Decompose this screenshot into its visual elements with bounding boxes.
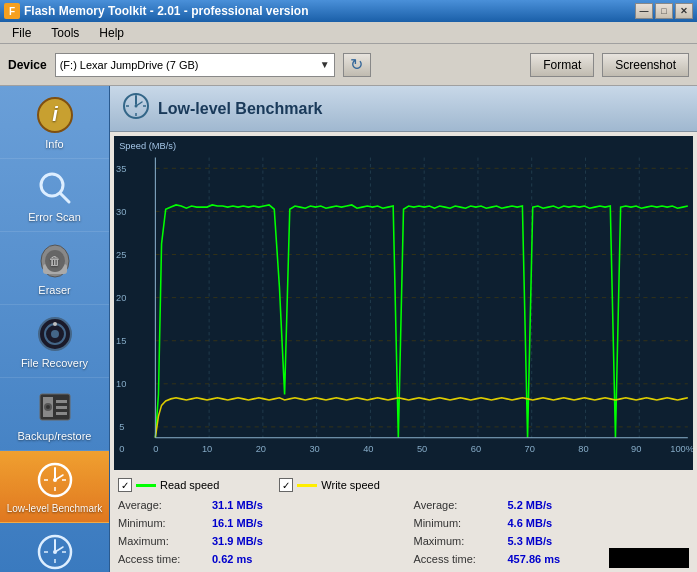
low-level-benchmark-icon [34,459,76,501]
svg-text:20: 20 [116,292,126,303]
svg-point-10 [51,330,59,338]
refresh-icon: ↻ [350,55,363,74]
svg-line-22 [55,475,63,480]
svg-text:i: i [52,103,58,125]
main-content: i Info Error Scan 🗑 [0,86,697,572]
sidebar-low-level-benchmark-label: Low-level Benchmark [7,503,103,514]
sidebar: i Info Error Scan 🗑 [0,86,110,572]
menu-help[interactable]: Help [91,24,132,42]
right-avg-label: Average: [414,496,504,514]
left-min-value: 16.1 MB/s [212,514,263,532]
sidebar-item-low-level-benchmark[interactable]: Low-level Benchmark [0,451,109,523]
right-access-label: Access time: [414,550,504,568]
stats-grid: Average: 31.1 MB/s Minimum: 16.1 MB/s Ma… [118,496,689,568]
title-text: Flash Memory Toolkit - 2.01 - profession… [24,4,309,18]
sidebar-item-file-recovery[interactable]: File Recovery [0,305,109,378]
svg-text:50: 50 [417,443,427,454]
refresh-button[interactable]: ↻ [343,53,371,77]
svg-text:70: 70 [524,443,534,454]
svg-text:Speed (MB/s): Speed (MB/s) [119,140,176,151]
sidebar-item-info[interactable]: i Info [0,86,109,159]
sidebar-backup-restore-label: Backup/restore [18,430,92,442]
left-min-row: Minimum: 16.1 MB/s [118,514,394,532]
read-speed-checkbox[interactable]: ✓ [118,478,132,492]
svg-line-29 [55,547,63,552]
file-benchmark-icon [34,531,76,572]
svg-text:🗑: 🗑 [49,254,61,268]
minimize-button[interactable]: — [635,3,653,19]
svg-text:25: 25 [116,249,126,260]
left-max-label: Maximum: [118,532,208,550]
svg-text:0: 0 [153,443,158,454]
svg-text:10: 10 [202,443,212,454]
sidebar-item-error-scan[interactable]: Error Scan [0,159,109,232]
left-avg-row: Average: 31.1 MB/s [118,496,394,514]
close-button[interactable]: ✕ [675,3,693,19]
read-speed-legend: ✓ Read speed [118,478,219,492]
left-min-label: Minimum: [118,514,208,532]
device-label: Device [8,58,47,72]
right-max-value: 5.3 MB/s [508,532,553,550]
svg-text:15: 15 [116,335,126,346]
write-speed-label: Write speed [321,479,380,491]
read-speed-line [136,484,156,487]
menu-file[interactable]: File [4,24,39,42]
screenshot-button[interactable]: Screenshot [602,53,689,77]
svg-point-11 [53,322,57,326]
svg-text:0: 0 [119,443,124,454]
svg-text:30: 30 [116,205,126,216]
eraser-icon: 🗑 [34,240,76,282]
backup-restore-icon [34,386,76,428]
legend-row: ✓ Read speed ✓ Write speed [118,478,689,492]
svg-text:40: 40 [363,443,373,454]
device-dropdown[interactable]: (F:) Lexar JumpDrive (7 GB) ▼ [55,53,335,77]
title-bar-left: F Flash Memory Toolkit - 2.01 - professi… [4,3,309,19]
svg-text:60: 60 [471,443,481,454]
maximize-button[interactable]: □ [655,3,673,19]
svg-text:30: 30 [309,443,319,454]
svg-line-3 [60,193,69,202]
content-header-title: Low-level Benchmark [158,100,323,118]
write-speed-checkbox[interactable]: ✓ [279,478,293,492]
right-access-value: 457.86 ms [508,550,561,568]
content-area: Low-level Benchmark Speed (MB/s) [110,86,697,572]
svg-rect-18 [56,412,67,415]
sidebar-info-label: Info [45,138,63,150]
svg-text:100%: 100% [670,443,693,454]
left-avg-label: Average: [118,496,208,514]
sidebar-item-eraser[interactable]: 🗑 Eraser [0,232,109,305]
app-icon: F [4,3,20,19]
right-min-label: Minimum: [414,514,504,532]
left-avg-value: 31.1 MB/s [212,496,263,514]
svg-rect-16 [56,400,67,403]
read-speed-label: Read speed [160,479,219,491]
left-access-label: Access time: [118,550,208,568]
title-bar: F Flash Memory Toolkit - 2.01 - professi… [0,0,697,22]
svg-text:10: 10 [116,378,126,389]
right-avg-value: 5.2 MB/s [508,496,553,514]
svg-text:35: 35 [116,162,126,173]
toolbar: Device (F:) Lexar JumpDrive (7 GB) ▼ ↻ F… [0,44,697,86]
stats-area: ✓ Read speed ✓ Write speed Average: 31.1… [110,474,697,572]
sidebar-item-backup-restore[interactable]: Backup/restore [0,378,109,451]
svg-text:5: 5 [119,421,124,432]
svg-rect-17 [56,406,67,409]
dropdown-arrow-icon: ▼ [320,59,330,70]
error-scan-icon [34,167,76,209]
content-header-icon [122,92,150,125]
menu-tools[interactable]: Tools [43,24,87,42]
right-avg-row: Average: 5.2 MB/s [414,496,690,514]
sidebar-item-file-benchmark[interactable]: File Benchmark [0,523,109,572]
left-max-value: 31.9 MB/s [212,532,263,550]
title-controls[interactable]: — □ ✕ [635,3,693,19]
sidebar-file-recovery-label: File Recovery [21,357,88,369]
info-icon: i [34,94,76,136]
device-value: (F:) Lexar JumpDrive (7 GB) [60,59,199,71]
sidebar-eraser-label: Eraser [38,284,70,296]
right-max-label: Maximum: [414,532,504,550]
content-header: Low-level Benchmark [110,86,697,132]
format-button[interactable]: Format [530,53,594,77]
write-speed-legend: ✓ Write speed [279,478,380,492]
black-box [609,548,689,568]
svg-text:80: 80 [578,443,588,454]
